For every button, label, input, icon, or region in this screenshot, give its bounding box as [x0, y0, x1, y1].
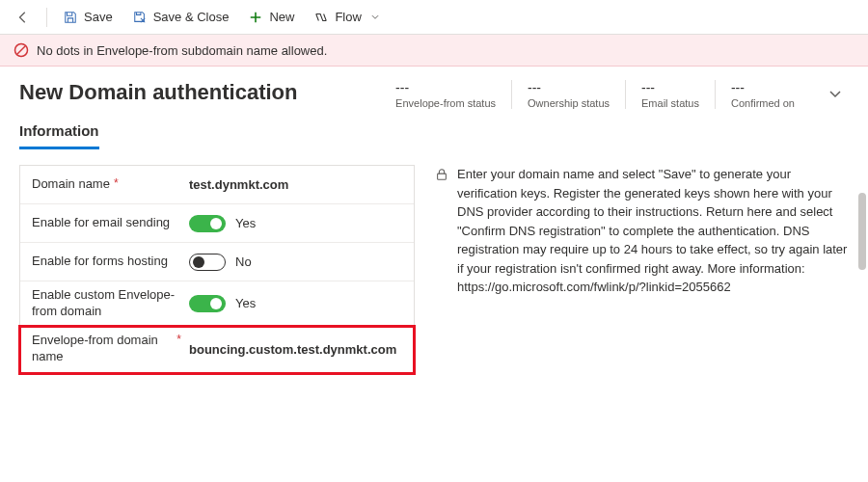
back-arrow-icon: [15, 10, 31, 25]
toggle-forms-hosting[interactable]: [189, 254, 226, 271]
toggle-text: No: [235, 254, 252, 269]
toggle-text: Yes: [235, 216, 256, 230]
domain-name-value: test.dynmkt.com: [189, 177, 288, 192]
status-email[interactable]: --- Email status: [625, 80, 715, 109]
status-envelope[interactable]: --- Envelope-from status: [380, 80, 511, 109]
page-header: New Domain authentication --- Envelope-f…: [0, 67, 868, 117]
command-bar: Save Save & Close New Flow: [0, 0, 868, 35]
flow-button[interactable]: Flow: [306, 6, 390, 29]
svg-rect-1: [438, 174, 447, 179]
field-label: Domain name: [32, 176, 110, 193]
content-area: Domain name* test.dynmkt.com Enable for …: [0, 149, 868, 389]
help-text: Enter your domain name and select "Save"…: [457, 165, 849, 374]
save-close-button[interactable]: Save & Close: [124, 6, 237, 29]
error-message: No dots in Envelope-from subdomain name …: [37, 43, 327, 58]
field-label: Enable for forms hosting: [32, 254, 168, 270]
help-panel: Enter your domain name and select "Save"…: [434, 165, 849, 374]
save-label: Save: [84, 10, 113, 24]
toggle-email-sending[interactable]: [189, 215, 226, 232]
back-button[interactable]: [8, 6, 39, 29]
toggle-custom-envelope[interactable]: [189, 295, 226, 312]
status-ownership[interactable]: --- Ownership status: [511, 80, 625, 109]
new-button[interactable]: New: [240, 6, 302, 29]
tab-bar: Information: [0, 117, 868, 149]
field-label: Enable for email sending: [32, 215, 170, 231]
save-icon: [63, 10, 78, 25]
scrollbar-thumb[interactable]: [858, 193, 866, 270]
error-banner: No dots in Envelope-from subdomain name …: [0, 35, 868, 67]
field-label: Envelope-from domain name: [32, 333, 173, 365]
save-close-label: Save & Close: [153, 10, 230, 24]
field-email-sending: Enable for email sending Yes: [20, 204, 414, 243]
toggle-text: Yes: [235, 296, 256, 310]
new-label: New: [269, 10, 294, 24]
required-icon: *: [114, 176, 119, 192]
chevron-down-icon: [367, 10, 383, 25]
tab-information[interactable]: Information: [19, 117, 99, 149]
separator: [46, 8, 47, 27]
save-button[interactable]: Save: [55, 6, 121, 29]
plus-icon: [248, 10, 263, 25]
flow-label: Flow: [335, 10, 361, 24]
blocked-icon: [14, 42, 29, 58]
expand-chevron-icon[interactable]: [827, 87, 843, 102]
save-close-icon: [132, 10, 148, 25]
field-label: Enable custom Envelope-from domain: [32, 287, 181, 320]
status-summary: --- Envelope-from status --- Ownership s…: [380, 80, 849, 109]
lock-icon: [434, 167, 449, 182]
status-confirmed[interactable]: --- Confirmed on: [715, 80, 810, 109]
page-title: New Domain authentication: [19, 80, 297, 105]
form-section: Domain name* test.dynmkt.com Enable for …: [19, 165, 415, 374]
field-domain-name[interactable]: Domain name* test.dynmkt.com: [20, 166, 414, 204]
envelope-domain-value: bouncing.custom.test.dynmkt.com: [189, 342, 396, 357]
field-custom-envelope: Enable custom Envelope-from domain Yes: [20, 281, 414, 327]
field-forms-hosting: Enable for forms hosting No: [20, 243, 414, 281]
flow-icon: [313, 10, 329, 25]
field-envelope-domain-name[interactable]: Envelope-from domain name* bouncing.cust…: [20, 327, 414, 373]
